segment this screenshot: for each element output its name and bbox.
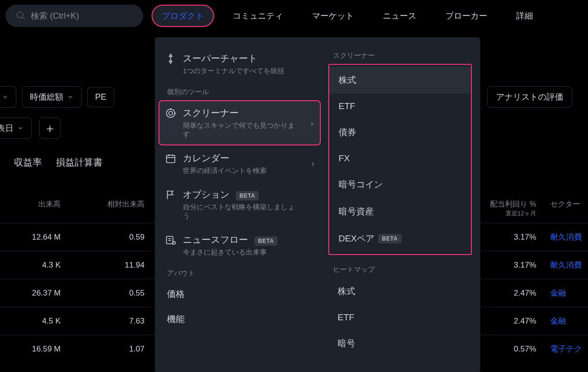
add-filter-button[interactable]: ＋ (39, 117, 61, 139)
plus-icon: ＋ (44, 120, 56, 137)
chevron-down-icon (67, 94, 74, 100)
cell-dividend: 3.17% (476, 261, 536, 270)
screener-crypto-coin[interactable]: 暗号コイン (329, 171, 471, 198)
beta-badge: BETA (236, 191, 259, 200)
svg-line-1 (22, 17, 25, 20)
search-input[interactable]: 検索 (Ctrl+K) (6, 5, 143, 27)
cell-relvol: 0.55 (61, 289, 145, 298)
menu-subtitle: 簡単なスキャンで何でも見つかります (183, 121, 299, 139)
cell-volume: 26.37 M (0, 289, 61, 298)
menu-subtitle: 世界の経済イベントを検索 (183, 166, 267, 175)
nav-market[interactable]: マーケット (302, 5, 364, 27)
menu-title: オプション BETA (183, 188, 299, 201)
chip-label: 時価総額 (30, 91, 63, 103)
chevron-down-icon (17, 125, 24, 131)
mega-menu-right: スクリーナー 株式 ETF 債券 FX 暗号コイン 暗号資産 DEXペア BET… (325, 37, 480, 372)
cell-sector[interactable]: 電子テク (550, 344, 582, 354)
news-icon (165, 234, 176, 246)
th-sector[interactable]: セクター (550, 195, 580, 214)
calendar-icon (165, 153, 176, 164)
th-sublabel: 直近12ヶ月 (476, 209, 536, 218)
heatmap-etf[interactable]: ETF (325, 305, 477, 330)
cell-volume: 12.64 M (0, 233, 61, 242)
cell-sector[interactable]: 耐久消費 (550, 232, 582, 242)
beta-badge: BETA (378, 234, 401, 243)
heatmap-stocks[interactable]: 株式 (325, 278, 477, 305)
menu-newsflow[interactable]: ニュースフロー BETA 今まさに起きている出来事 (159, 227, 321, 263)
menu-about-price[interactable]: 価格 (159, 282, 321, 307)
menu-screener[interactable]: スクリーナー 簡単なスキャンで何でも見つかります › (159, 100, 321, 145)
th-dividend-yield[interactable]: 配当利回り % 直近12ヶ月 (476, 195, 536, 222)
cell-sector[interactable]: 耐久消費 (550, 260, 582, 270)
nav-broker[interactable]: ブローカー (435, 5, 498, 27)
nav-more[interactable]: 詳細 (506, 5, 543, 27)
chip-announce-date[interactable]: 算発表日 (0, 117, 32, 139)
menu-subtitle: 自分にベストな戦略を構築しましょう (183, 203, 299, 220)
cell-sector[interactable]: 金融 (550, 288, 566, 298)
chip-label: アナリストの評価 (496, 91, 563, 103)
screener-dex-pair[interactable]: DEXペア BETA (329, 225, 471, 252)
cell-dividend: 0.57% (476, 344, 536, 354)
cell-volume: 16.59 M (0, 344, 61, 354)
search-placeholder: 検索 (Ctrl+K) (31, 10, 79, 21)
tab-income[interactable]: 損益計算書 (56, 156, 103, 172)
tab-returns[interactable]: 収益率 (14, 156, 42, 172)
chip-change-pct[interactable]: 動 % (0, 86, 16, 108)
chevron-right-icon: › (311, 118, 313, 128)
th-volume[interactable]: 出来高 (0, 195, 61, 214)
nav-community[interactable]: コミュニティ (222, 5, 293, 27)
menu-title: スクリーナー (183, 107, 299, 119)
chip-market-cap[interactable]: 時価総額 (22, 86, 82, 108)
svg-point-3 (166, 109, 175, 117)
cell-volume: 4.3 K (0, 261, 61, 270)
result-tabs: 収益率 損益計算書 (14, 156, 103, 172)
chart-icon (165, 53, 176, 64)
mega-menu-left: スーパーチャート 1つのターミナルですべてを統括 個別のツール スクリーナー 簡… (155, 37, 325, 372)
chip-label: PE (95, 92, 106, 102)
cell-dividend: 2.47% (476, 289, 536, 298)
chevron-down-icon (2, 94, 8, 100)
chip-analyst-rating[interactable]: アナリストの評価 (487, 86, 572, 108)
menu-title: スーパーチャート (183, 52, 284, 65)
menu-title: カレンダー (183, 152, 267, 165)
cell-relvol: 7.63 (61, 317, 145, 326)
screener-etf[interactable]: ETF (329, 94, 471, 119)
cell-relvol: 11.94 (61, 261, 145, 270)
menu-calendar[interactable]: カレンダー 世界の経済イベントを検索 › (159, 145, 321, 182)
menu-subtitle: 1つのターミナルですべてを統括 (183, 67, 284, 76)
screener-crypto-asset[interactable]: 暗号資産 (329, 198, 471, 225)
search-icon (16, 11, 26, 21)
svg-point-4 (169, 111, 173, 115)
svg-rect-12 (166, 236, 173, 244)
heatmap-crypto[interactable]: 暗号 (325, 330, 477, 357)
section-tools-label: 個別のツール (159, 82, 321, 100)
target-icon (165, 108, 176, 119)
beta-badge: BETA (255, 236, 278, 246)
screener-bonds[interactable]: 債券 (329, 119, 471, 146)
nav-product[interactable]: プロダクト (152, 5, 214, 27)
cell-dividend: 2.47% (476, 317, 536, 326)
flag-icon (165, 189, 176, 200)
chevron-right-icon: › (311, 159, 314, 169)
cell-relvol: 0.59 (61, 233, 145, 242)
section-screener-label: スクリーナー (325, 46, 477, 64)
sub-item-label: DEXペア (339, 233, 374, 245)
menu-options[interactable]: オプション BETA 自分にベストな戦略を構築しましょう (159, 182, 321, 227)
section-about-label: アバウト (159, 263, 321, 282)
cell-sector[interactable]: 金融 (550, 316, 566, 326)
chip-pe[interactable]: PE (87, 87, 114, 107)
menu-title-text: ニュースフロー (183, 234, 248, 245)
menu-about-features[interactable]: 機能 (159, 307, 321, 332)
cell-dividend: 3.17% (476, 233, 536, 242)
chip-label: 算発表日 (0, 123, 14, 134)
filter-chips-row: 動 % 時価総額 PE (0, 86, 114, 108)
th-rel-volume[interactable]: 相対出来高 (61, 195, 145, 214)
menu-subtitle: 今まさに起きている出来事 (183, 248, 277, 257)
menu-superchart[interactable]: スーパーチャート 1つのターミナルですべてを統括 (159, 46, 321, 82)
nav-news[interactable]: ニュース (373, 5, 427, 27)
screener-stocks[interactable]: 株式 (329, 67, 471, 94)
svg-point-0 (17, 12, 23, 18)
product-mega-menu: スーパーチャート 1つのターミナルですべてを統括 個別のツール スクリーナー 簡… (155, 37, 480, 372)
cell-volume: 4.5 K (0, 317, 61, 326)
screener-fx[interactable]: FX (329, 146, 471, 171)
